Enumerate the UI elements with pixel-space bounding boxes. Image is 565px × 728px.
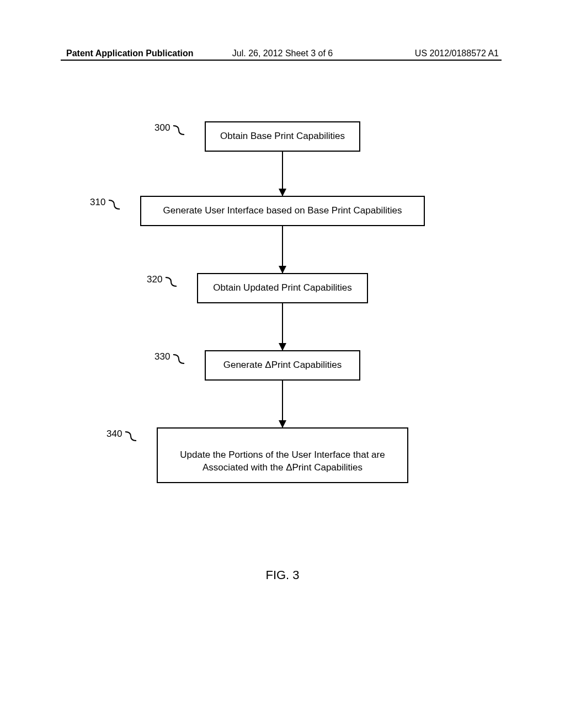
step-text: Obtain Updated Print Capabilities bbox=[213, 282, 351, 293]
arrow-icon bbox=[282, 152, 283, 196]
step-box-300: Obtain Base Print Capabilities bbox=[205, 121, 360, 152]
header-publication-type: Patent Application Publication bbox=[66, 49, 194, 58]
step-text: Generate User Interface based on Base Pr… bbox=[163, 205, 402, 216]
step-text: Obtain Base Print Capabilities bbox=[220, 131, 345, 141]
step-row-300: 300 Obtain Base Print Capabilities bbox=[0, 121, 565, 152]
step-box-340: Update the Portions of the User Interfac… bbox=[157, 427, 408, 483]
ref-number: 330 bbox=[154, 351, 170, 362]
ref-label-340: 340 bbox=[106, 429, 137, 443]
step-row-320: 320 Obtain Updated Print Capabilities bbox=[0, 273, 565, 303]
page-header: Patent Application Publication Jul. 26, … bbox=[0, 49, 565, 58]
hook-icon bbox=[172, 354, 185, 366]
ref-label-310: 310 bbox=[90, 197, 121, 211]
arrow-icon bbox=[282, 226, 283, 273]
ref-label-320: 320 bbox=[147, 274, 178, 288]
ref-number: 300 bbox=[154, 122, 170, 133]
step-box-320: Obtain Updated Print Capabilities bbox=[197, 273, 368, 303]
ref-number: 340 bbox=[106, 429, 122, 440]
header-date-sheet: Jul. 26, 2012 Sheet 3 of 6 bbox=[232, 49, 333, 58]
hook-icon bbox=[172, 125, 185, 137]
step-text: Update the Portions of the User Interfac… bbox=[180, 449, 385, 473]
step-box-330: Generate ΔPrint Capabilities bbox=[205, 350, 360, 381]
header-patent-number: US 2012/0188572 A1 bbox=[415, 49, 499, 58]
hook-icon bbox=[124, 431, 137, 443]
ref-label-300: 300 bbox=[154, 122, 185, 137]
ref-number: 320 bbox=[147, 274, 162, 285]
ref-number: 310 bbox=[90, 197, 105, 208]
hook-icon bbox=[108, 199, 121, 211]
ref-label-330: 330 bbox=[154, 351, 185, 366]
step-row-310: 310 Generate User Interface based on Bas… bbox=[0, 196, 565, 226]
step-text: Generate ΔPrint Capabilities bbox=[223, 360, 342, 370]
header-separator bbox=[61, 60, 502, 61]
hook-icon bbox=[164, 276, 178, 288]
step-row-330: 330 Generate ΔPrint Capabilities bbox=[0, 350, 565, 381]
flowchart: 300 Obtain Base Print Capabilities 310 G… bbox=[0, 121, 565, 483]
figure-caption: FIG. 3 bbox=[0, 568, 565, 582]
arrow-icon bbox=[282, 303, 283, 350]
arrow-icon bbox=[282, 381, 283, 427]
step-row-340: 340 Update the Portions of the User Inte… bbox=[0, 427, 565, 483]
step-box-310: Generate User Interface based on Base Pr… bbox=[140, 196, 425, 226]
